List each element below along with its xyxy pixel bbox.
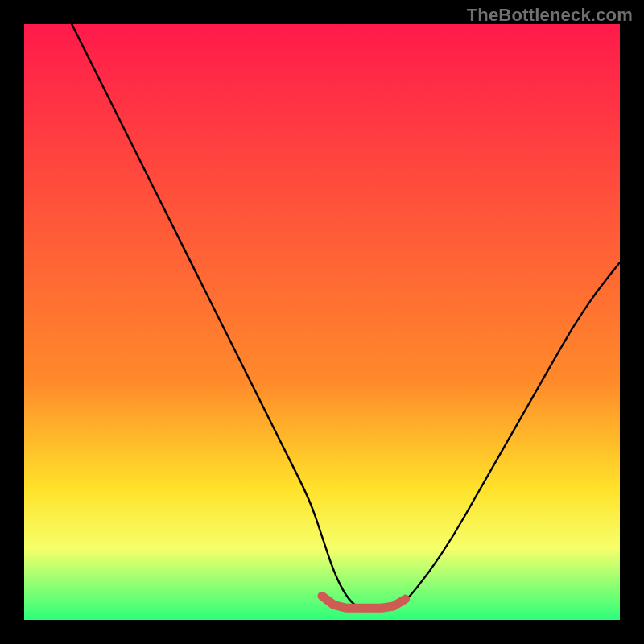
watermark-text: TheBottleneck.com <box>467 5 633 26</box>
bottleneck-chart <box>0 0 644 644</box>
plot-gradient-background <box>24 24 620 620</box>
chart-stage: TheBottleneck.com <box>0 0 644 644</box>
